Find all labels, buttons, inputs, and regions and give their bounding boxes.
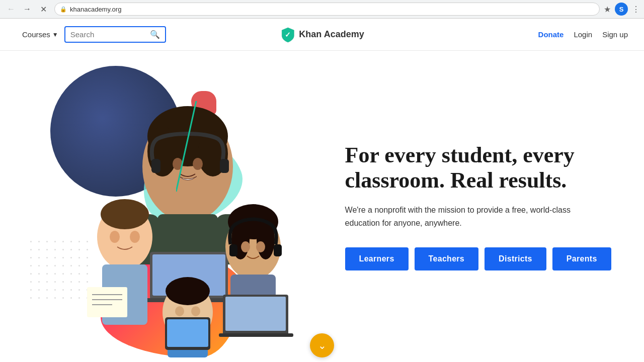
hero-subtext: We're a nonprofit with the mission to pr…	[345, 204, 577, 229]
svg-point-6	[193, 158, 203, 170]
ka-logo-text: Khan Academy	[299, 29, 364, 40]
students-illustration	[57, 66, 318, 357]
svg-point-37	[166, 277, 210, 305]
svg-point-30	[241, 241, 250, 252]
profile-avatar[interactable]: S	[615, 3, 628, 16]
svg-rect-7	[151, 159, 160, 173]
svg-point-17	[110, 231, 120, 243]
svg-rect-28	[229, 244, 237, 256]
signup-button[interactable]: Sign up	[602, 30, 628, 39]
svg-text:✓: ✓	[285, 31, 291, 39]
donate-link[interactable]: Donate	[538, 30, 564, 39]
svg-point-38	[175, 306, 184, 316]
teachers-button[interactable]: Teachers	[415, 247, 478, 270]
svg-rect-29	[274, 244, 282, 256]
login-button[interactable]: Login	[574, 30, 592, 39]
ka-logo-icon: ✓	[280, 27, 296, 43]
svg-point-18	[130, 231, 140, 243]
hero-headline: For every student, every classroom. Real…	[345, 143, 614, 194]
svg-point-39	[191, 306, 200, 316]
lock-icon: 🔒	[60, 6, 67, 13]
students-collage	[40, 61, 335, 362]
nav-right: Donate Login Sign up	[538, 30, 628, 39]
cta-buttons: Learners Teachers Districts Parents	[345, 247, 614, 270]
browser-actions: ★ S ⋮	[604, 3, 640, 16]
parents-button[interactable]: Parents	[552, 247, 611, 270]
hero-right: For every student, every classroom. Real…	[335, 123, 644, 291]
svg-rect-34	[225, 297, 286, 331]
nav-center: ✓ Khan Academy	[280, 27, 364, 43]
forward-button[interactable]: →	[20, 2, 34, 16]
menu-icon[interactable]: ⋮	[632, 5, 640, 14]
browser-toolbar: ← → ✕ 🔒 khanacademy.org ★ S ⋮	[0, 0, 644, 18]
svg-rect-20	[87, 287, 127, 317]
districts-button[interactable]: Districts	[485, 247, 546, 270]
chevron-down-icon: ⌄	[318, 339, 327, 351]
hero-left	[0, 51, 335, 362]
search-input[interactable]	[70, 30, 146, 39]
search-wrapper: 🔍	[64, 26, 166, 43]
courses-button[interactable]: Courses ▼	[16, 26, 64, 43]
back-button[interactable]: ←	[4, 2, 18, 16]
url-text: khanacademy.org	[70, 6, 594, 13]
svg-point-31	[256, 241, 265, 252]
svg-rect-35	[219, 333, 293, 337]
svg-rect-42	[167, 319, 208, 347]
svg-rect-8	[220, 159, 229, 173]
svg-point-16	[101, 199, 149, 229]
browser-nav-buttons: ← → ✕	[4, 2, 50, 16]
scroll-down-button[interactable]: ⌄	[310, 333, 334, 357]
hero-section: For every student, every classroom. Real…	[0, 51, 644, 362]
browser-chrome: ← → ✕ 🔒 khanacademy.org ★ S ⋮	[0, 0, 644, 19]
site-nav: Courses ▼ 🔍 ✓ Khan Academy Donate Login …	[0, 19, 644, 51]
chevron-down-icon: ▼	[52, 31, 58, 38]
ka-logo[interactable]: ✓ Khan Academy	[280, 27, 364, 43]
svg-point-5	[173, 158, 183, 170]
bookmark-icon[interactable]: ★	[604, 5, 611, 14]
courses-label: Courses	[22, 30, 50, 39]
reload-button[interactable]: ✕	[36, 2, 50, 16]
nav-left: Courses ▼ 🔍	[16, 26, 166, 43]
learners-button[interactable]: Learners	[345, 247, 409, 270]
address-bar[interactable]: 🔒 khanacademy.org	[54, 3, 600, 16]
search-icon[interactable]: 🔍	[150, 30, 160, 39]
